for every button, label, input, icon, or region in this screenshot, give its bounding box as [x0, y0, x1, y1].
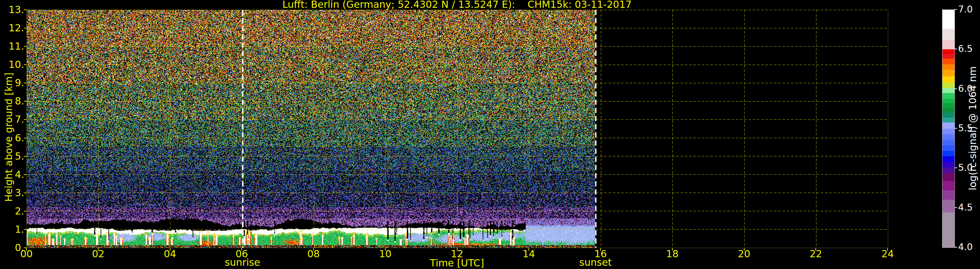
- colorbar-tick-mark: [955, 167, 957, 168]
- y-tick-mark: [24, 174, 27, 175]
- y-tick-label: 8.: [0, 96, 24, 107]
- y-tick-mark: [24, 119, 27, 120]
- x-tick-mark: [385, 248, 386, 251]
- colorbar-tick-label: 6.5: [958, 43, 980, 54]
- x-axis-label: Time [UTC]: [27, 257, 888, 269]
- y-tick-label: 4.: [0, 169, 24, 180]
- x-tick-mark: [241, 248, 242, 251]
- x-tick-mark: [457, 248, 458, 251]
- x-tick-mark: [98, 248, 99, 251]
- plot-area: [27, 10, 888, 248]
- colorbar-tick-mark: [955, 247, 957, 247]
- x-tick-mark: [887, 248, 888, 251]
- y-tick-mark: [24, 64, 27, 65]
- y-tick-label: 13.: [0, 4, 24, 16]
- colorbar-tick-mark: [955, 89, 957, 89]
- y-tick-label: 5.: [0, 151, 24, 162]
- x-tick-mark: [600, 248, 601, 251]
- y-tick-label: 6.: [0, 132, 24, 144]
- x-tick-mark: [528, 248, 529, 251]
- colorbar-tick-label: 4.0: [958, 242, 980, 253]
- x-tick-mark: [26, 248, 27, 251]
- y-tick-label: 2.: [0, 205, 24, 217]
- y-tick-label: 3.: [0, 187, 24, 199]
- y-tick-mark: [24, 138, 27, 138]
- y-tick-mark: [24, 83, 27, 83]
- lidar-heatmap-canvas: [27, 10, 888, 248]
- ceilometer-quicklook-figure: Lufft: Berlin (Germany; 52.4302 N / 13.5…: [0, 0, 980, 269]
- y-tick-label: 1.: [0, 224, 24, 236]
- y-tick-label: 10.: [0, 59, 24, 70]
- colorbar-tick-mark: [955, 9, 957, 10]
- x-tick-mark: [672, 248, 673, 251]
- y-tick-mark: [24, 28, 27, 29]
- y-tick-label: 9.: [0, 77, 24, 89]
- y-tick-mark: [24, 193, 27, 193]
- y-tick-mark: [24, 46, 27, 47]
- chart-title: Lufft: Berlin (Germany; 52.4302 N / 13.5…: [27, 0, 888, 10]
- y-tick-label: 12.: [0, 22, 24, 34]
- y-tick-mark: [24, 211, 27, 212]
- y-tick-mark: [24, 229, 27, 230]
- colorbar-tick-label: 7.0: [958, 4, 980, 15]
- y-tick-mark: [24, 10, 27, 10]
- x-tick-mark: [170, 248, 170, 251]
- colorbar-tick-mark: [955, 49, 957, 49]
- colorbar-tick-mark: [955, 128, 957, 129]
- y-tick-label: 7.: [0, 114, 24, 125]
- y-tick-mark: [24, 101, 27, 102]
- sunset-annotation: sunset: [579, 256, 612, 268]
- colorbar-label: log(rc-signal) @ 1064 nm: [967, 66, 978, 190]
- x-tick-mark: [313, 248, 314, 251]
- y-tick-label: 11.: [0, 40, 24, 52]
- colorbar: [942, 10, 955, 248]
- x-tick-mark: [815, 248, 816, 251]
- colorbar-tick-label: 4.5: [958, 202, 980, 213]
- sunrise-annotation: sunrise: [225, 256, 260, 268]
- x-tick-mark: [744, 248, 745, 251]
- colorbar-tick-mark: [955, 207, 957, 208]
- y-tick-mark: [24, 156, 27, 157]
